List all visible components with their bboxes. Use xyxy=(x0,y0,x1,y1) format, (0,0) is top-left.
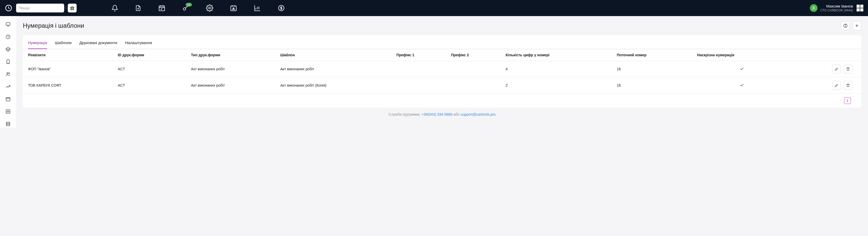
content-card: Нумерація Шаблони Друковані документи На… xyxy=(23,35,861,108)
svg-point-4 xyxy=(209,7,211,9)
footer: Служба підтримки: +38(044) 334-5889 або … xyxy=(23,108,861,118)
cell-current: 16 xyxy=(613,61,693,77)
page-next-icon[interactable] xyxy=(853,99,856,103)
search-input[interactable] xyxy=(19,6,64,10)
tab-printed-docs[interactable]: Друковані документи xyxy=(80,40,117,49)
page-number[interactable]: 1 xyxy=(844,97,851,104)
topbar: 11 Максим Іванов СТО CARBOOK (9444) xyxy=(0,0,868,16)
col-actions xyxy=(790,49,861,61)
bar-chart-icon[interactable] xyxy=(254,4,261,12)
page-title: Нумерація і шаблони xyxy=(23,22,84,29)
sidebar-item-people[interactable] xyxy=(3,71,13,78)
col-form-type: Тип друк.форми xyxy=(187,49,277,61)
svg-point-13 xyxy=(9,73,10,73)
table-row: ТОВ КАРБУК СОФТ ACT Акт виконаних робіт … xyxy=(23,77,861,94)
cell-digits: 4 xyxy=(502,61,613,77)
cell-through xyxy=(693,77,790,94)
footer-email[interactable]: support@carbook.pro xyxy=(461,112,496,116)
cell-form-type: Акт виконаних робіт xyxy=(187,77,277,94)
sidebar-item-tablet[interactable] xyxy=(3,58,13,65)
svg-rect-14 xyxy=(6,98,10,101)
sidebar-item-list[interactable] xyxy=(3,120,13,128)
edit-button[interactable] xyxy=(832,65,841,73)
cell-prefix2 xyxy=(447,61,502,77)
table-row: ФОП "Іванов" ACT Акт виконаних робіт Акт… xyxy=(23,61,861,77)
cell-prefix1 xyxy=(393,77,447,94)
main: Нумерація і шаблони Нумерація Шаблони Др… xyxy=(16,16,868,128)
tab-numbering[interactable]: Нумерація xyxy=(28,40,47,49)
bell-icon[interactable] xyxy=(112,4,118,12)
new-document-icon[interactable] xyxy=(135,4,142,12)
tabs: Нумерація Шаблони Друковані документи На… xyxy=(23,35,861,49)
tab-settings[interactable]: Налаштування xyxy=(125,40,152,49)
cell-template: Акт виконаних робіт (Копія) xyxy=(277,77,393,94)
check-icon xyxy=(739,66,744,71)
svg-point-8 xyxy=(813,6,814,8)
cell-prefix1 xyxy=(393,61,447,77)
cell-current: 16 xyxy=(613,77,693,94)
delete-button[interactable] xyxy=(844,65,852,73)
svg-point-6 xyxy=(233,8,234,9)
sidebar-item-calendar[interactable] xyxy=(3,95,13,103)
contact-card-icon[interactable] xyxy=(230,4,237,12)
svg-rect-5 xyxy=(231,6,236,11)
table-header-row: Реквізити ID друк.форми Тип друк.форми Ш… xyxy=(23,49,861,61)
footer-sep: або xyxy=(453,112,461,116)
edit-button[interactable] xyxy=(832,81,841,90)
topbar-nav: 11 xyxy=(112,4,806,12)
app-logo[interactable] xyxy=(5,4,12,12)
cell-prefix2 xyxy=(447,77,502,94)
cell-form-type: Акт виконаних робіт xyxy=(187,61,277,77)
sidebar-item-sliders[interactable] xyxy=(3,108,13,115)
svg-rect-9 xyxy=(6,23,10,25)
dollar-icon[interactable] xyxy=(278,4,285,12)
gear-icon[interactable] xyxy=(206,4,213,12)
calendar-check-icon[interactable] xyxy=(158,4,165,12)
page-header: Нумерація і шаблони xyxy=(23,21,861,30)
add-button[interactable] xyxy=(852,21,861,30)
col-prefix1: Префікс 1 xyxy=(393,49,447,61)
col-through: Наскрізна нумерація xyxy=(693,49,790,61)
svg-point-1 xyxy=(65,6,67,8)
apps-grid-icon[interactable] xyxy=(857,5,863,11)
sidebar-item-box[interactable] xyxy=(3,46,13,53)
col-current: Поточний номер xyxy=(613,49,693,61)
bank-button[interactable] xyxy=(68,4,76,12)
pagination: 1 xyxy=(23,94,861,104)
user-name: Максим Іванов xyxy=(826,4,853,8)
cell-through xyxy=(693,61,790,77)
svg-rect-2 xyxy=(159,6,165,11)
page-prev-icon[interactable] xyxy=(839,99,842,103)
col-digits: Кількість цифр у номері xyxy=(502,49,613,61)
topbar-right: Максим Іванов СТО CARBOOK (9444) xyxy=(810,4,863,12)
footer-label: Служба підтримки: xyxy=(389,112,422,116)
key-badge: 11 xyxy=(186,3,192,6)
user-subtitle: СТО CARBOOK (9444) xyxy=(820,8,853,12)
sidebar xyxy=(0,16,16,128)
cell-digits: 2 xyxy=(502,77,613,94)
sidebar-item-trend[interactable] xyxy=(3,83,13,90)
cell-requisites: ФОП "Іванов" xyxy=(23,61,114,77)
sidebar-item-dashboard[interactable] xyxy=(3,33,13,40)
avatar xyxy=(810,4,817,12)
cell-requisites: ТОВ КАРБУК СОФТ xyxy=(23,77,114,94)
sidebar-item-desktop[interactable] xyxy=(3,21,13,28)
tab-templates[interactable]: Шаблони xyxy=(55,40,72,49)
col-requisites: Реквізити xyxy=(23,49,114,61)
col-template: Шаблон xyxy=(277,49,393,61)
user-block[interactable]: Максим Іванов СТО CARBOOK (9444) xyxy=(810,4,853,12)
help-button[interactable] xyxy=(841,21,850,30)
data-table: Реквізити ID друк.форми Тип друк.форми Ш… xyxy=(23,49,861,94)
cell-template: Акт виконаних робіт xyxy=(277,61,393,77)
footer-phone[interactable]: +38(044) 334-5889 xyxy=(421,112,453,116)
delete-button[interactable] xyxy=(844,81,852,90)
svg-point-3 xyxy=(183,8,186,10)
search-input-wrap[interactable] xyxy=(16,4,64,12)
cell-form-id: ACT xyxy=(114,61,187,77)
key-icon[interactable]: 11 xyxy=(182,4,189,12)
col-prefix2: Префікс 2 xyxy=(447,49,502,61)
svg-point-12 xyxy=(7,73,8,74)
cell-form-id: ACT xyxy=(114,77,187,94)
col-form-id: ID друк.форми xyxy=(114,49,187,61)
check-icon xyxy=(739,83,744,88)
